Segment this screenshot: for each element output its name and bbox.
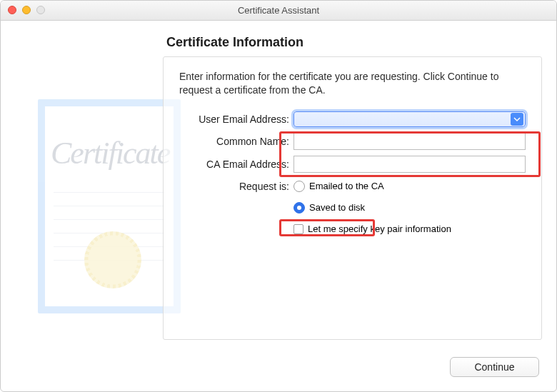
radio-icon <box>293 181 305 192</box>
ca-email-label: CA Email Address: <box>179 159 293 170</box>
minimize-icon[interactable] <box>22 6 31 14</box>
close-icon[interactable] <box>8 6 16 14</box>
specify-key-pair-label: Let me specify key pair information <box>308 223 451 234</box>
radio-saved-label: Saved to disk <box>309 202 365 213</box>
titlebar: Certificate Assistant <box>1 1 556 21</box>
certificate-illustration-word: Certificate <box>51 135 172 171</box>
window-title: Certificate Assistant <box>238 5 319 16</box>
zoom-icon <box>36 6 45 14</box>
continue-button-label: Continue <box>474 361 514 373</box>
window-controls <box>8 6 45 14</box>
seal-icon <box>84 231 141 288</box>
continue-button[interactable]: Continue <box>450 357 539 377</box>
radio-icon <box>293 202 305 213</box>
request-label: Request is: <box>179 181 293 192</box>
specify-key-pair-checkbox[interactable]: Let me specify key pair information <box>293 221 451 237</box>
common-name-label: Common Name: <box>179 136 293 147</box>
content-area: Certificate Certificate Information Ente… <box>9 21 548 383</box>
common-name-input[interactable] <box>293 133 526 150</box>
radio-saved-to-disk[interactable]: Saved to disk <box>293 200 365 216</box>
user-email-combobox[interactable] <box>293 111 526 127</box>
radio-emailed-label: Emailed to the CA <box>309 181 384 191</box>
ca-email-input[interactable] <box>293 156 526 173</box>
instructions-text: Enter information for the certificate yo… <box>179 70 526 97</box>
radio-emailed-to-ca[interactable]: Emailed to the CA <box>293 179 384 194</box>
user-email-label: User Email Address: <box>179 114 293 125</box>
chevron-down-icon[interactable] <box>511 113 523 126</box>
form-panel: Enter information for the certificate yo… <box>163 56 542 340</box>
page-title: Certificate Information <box>166 35 303 50</box>
certificate-illustration: Certificate <box>38 99 181 313</box>
checkbox-icon <box>293 224 303 234</box>
